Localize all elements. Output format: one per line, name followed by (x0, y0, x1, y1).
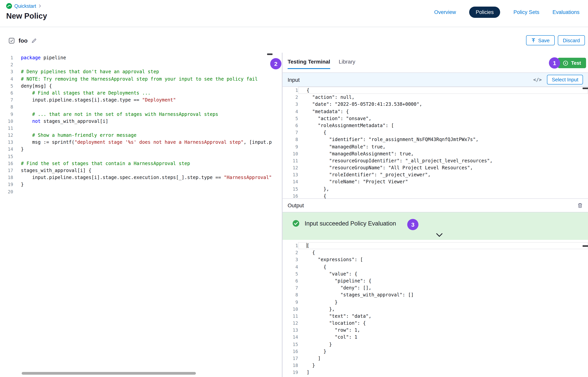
policy-name: foo (19, 37, 28, 44)
main-area: 1package pipeline23# Deny pipelines that… (0, 53, 588, 377)
success-banner-row: Input succeeded Policy Evaluation (283, 212, 588, 227)
code-line: 11 (0, 125, 282, 132)
output-json-editor[interactable]: 1[2 {3 "expressions": [4 {5 "value": {6 … (283, 240, 588, 377)
output-title: Output (288, 202, 304, 209)
output-overview-mark (583, 245, 588, 247)
code-line-content: "value": { (298, 271, 588, 277)
code-line-content: # Find the set of stages that contain a … (13, 160, 282, 167)
code-line: 1package pipeline (0, 54, 282, 61)
line-number: 2 (283, 94, 298, 101)
policy-type-icon (9, 37, 15, 44)
code-line-content: input.pipeline.stages[i].stage.type == "… (13, 96, 282, 104)
line-number: 3 (0, 68, 13, 75)
discard-button-label: Discard (563, 37, 580, 43)
nav-evaluations[interactable]: Evaluations (552, 9, 579, 15)
code-line: 14 "col": 1 (283, 334, 588, 341)
line-number: 16 (283, 348, 298, 355)
code-line-content: }, (298, 306, 588, 312)
code-line: 2 { (283, 249, 588, 256)
code-line-content: }, (298, 185, 588, 192)
line-number: 5 (283, 115, 298, 122)
nav-overview[interactable]: Overview (434, 9, 456, 15)
code-line: 13 msg := sprintf("deployment stage '%s'… (0, 139, 282, 146)
code-line-content: "date": "2022-05-05T20:41:23.538+0000", (298, 101, 588, 108)
code-line: 14} (0, 146, 282, 153)
code-line: 18 } (283, 362, 588, 369)
discard-button[interactable]: Discard (558, 35, 585, 45)
code-line-content: "row": 1, (298, 327, 588, 334)
code-line: 9 # ... that are not in the set of stage… (0, 111, 282, 118)
code-line-content: # NOTE: Try removing the HarnessApproval… (13, 75, 282, 82)
line-number: 11 (283, 157, 298, 164)
line-number: 16 (0, 160, 13, 167)
nav-policy-sets[interactable]: Policy Sets (513, 9, 539, 15)
line-number: 2 (283, 249, 298, 256)
horizontal-scrollbar[interactable] (22, 372, 196, 375)
code-line-content: msg := sprintf("deployment stage '%s' do… (13, 139, 282, 146)
code-line: 5 "action": "onsave", (283, 115, 588, 122)
code-line-content: "managedRoleAssignment": true, (298, 150, 588, 157)
chevron-down-icon[interactable] (436, 232, 443, 239)
line-number: 17 (283, 355, 298, 362)
code-line: 16# Find the set of stages that contain … (0, 160, 282, 167)
edit-name-icon[interactable] (32, 38, 37, 43)
line-number: 5 (0, 82, 13, 90)
line-number: 19 (283, 369, 298, 376)
input-json-editor[interactable]: 1{2 "action": null,3 "date": "2022-05-05… (283, 87, 588, 198)
select-input-button[interactable]: Select Input (547, 75, 583, 84)
code-line: 16 { (283, 193, 588, 198)
code-line: 12 "resourceGroupName": "All Project Lev… (283, 164, 588, 171)
code-line-content: # Show a human-friendly error message (13, 132, 282, 139)
code-line: 11 "resourceGroupIdentifier": "_all_proj… (283, 157, 588, 164)
code-line-content: # Find all stages that are Deployments .… (13, 90, 282, 96)
line-number: 9 (283, 298, 298, 306)
code-line-content: "resourceGroupIdentifier": "_all_project… (298, 157, 588, 164)
code-line: 12 # Show a human-friendly error message (0, 132, 282, 139)
line-number: 13 (283, 171, 298, 178)
line-number: 6 (283, 277, 298, 284)
testing-terminal-pane: Testing Terminal Library Test Input </> … (282, 53, 588, 377)
test-button-label: Test (571, 60, 581, 66)
page-title: New Policy (6, 12, 47, 21)
page-header: Quickstart New Policy Overview Policies … (0, 0, 588, 27)
code-line-content: "location": { (298, 320, 588, 327)
code-line: 6 "roleAssignmentMetadata": [ (283, 122, 588, 129)
test-button[interactable]: Test (558, 58, 586, 68)
line-number: 1 (283, 87, 298, 94)
input-section-header: Input </> Select Input (283, 72, 588, 87)
code-line-content: } (298, 341, 588, 348)
success-message: Input succeeded Policy Evaluation (305, 220, 396, 227)
code-line-content: # Deny pipelines that don't have an appr… (13, 68, 282, 75)
line-number: 11 (0, 125, 13, 132)
nav-policies[interactable]: Policies (469, 6, 500, 18)
code-line-content: { (298, 193, 588, 198)
annotation-badge-2: 2 (270, 58, 282, 69)
breadcrumb-link[interactable]: Quickstart (14, 3, 36, 9)
output-section-header: Output (283, 198, 588, 212)
code-line: 16 } (283, 348, 588, 355)
code-line-content: "resourceGroupName": "All Project Level … (298, 164, 588, 171)
trash-icon[interactable] (577, 202, 583, 208)
tab-testing-terminal[interactable]: Testing Terminal (288, 59, 330, 69)
line-number: 4 (0, 75, 13, 82)
code-line: 7 input.pipeline.stages[i].stage.type ==… (0, 96, 282, 104)
tab-library[interactable]: Library (339, 59, 355, 68)
code-line: 4 "metadata": { (283, 108, 588, 115)
code-line: 10 "managedRoleAssignment": true, (283, 150, 588, 157)
line-number: 19 (0, 181, 13, 188)
policy-code-editor[interactable]: 1package pipeline23# Deny pipelines that… (0, 53, 282, 377)
code-line: 1{ (283, 87, 588, 94)
new-policy-page: Quickstart New Policy Overview Policies … (0, 0, 588, 377)
code-line: 10 not stages_with_approval[i] (0, 118, 282, 125)
code-view-icon[interactable]: </> (533, 77, 542, 82)
code-line: 17stages_with_approval[i] { (0, 167, 282, 174)
save-button[interactable]: Save (526, 35, 555, 45)
code-line: 9 "managedRole": true, (283, 143, 588, 150)
code-line-content: [ (298, 242, 588, 249)
code-line: 13 "row": 1, (283, 327, 588, 334)
code-line: 5deny[msg] { (0, 82, 282, 90)
code-line-content: "roleAssignmentMetadata": [ (298, 122, 588, 129)
line-number: 9 (0, 111, 13, 118)
code-line: 15 } (283, 341, 588, 348)
code-line-content: ] (298, 369, 588, 376)
